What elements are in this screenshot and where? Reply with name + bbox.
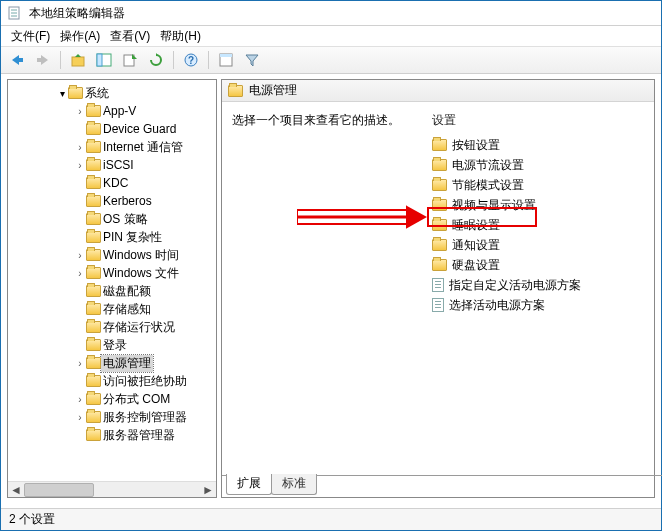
tree-scroll[interactable]: ▾系统›App-VDevice Guard›Internet 通信管›iSCSI… [8,80,216,497]
folder-icon [86,177,101,189]
expand-icon[interactable]: › [74,394,86,405]
tree-label: Windows 文件 [101,265,181,282]
gpedit-window: 本地组策略编辑器 文件(F) 操作(A) 查看(V) 帮助(H) ? [0,0,662,531]
tree-label: KDC [101,176,130,190]
scroll-right-icon[interactable]: ► [200,482,216,498]
tree-item[interactable]: 服务器管理器 [8,426,216,444]
folder-icon [86,411,101,423]
folder-icon [86,267,101,279]
tree-root[interactable]: ▾系统 [8,84,216,102]
folder-icon [432,199,447,211]
tab-standard[interactable]: 标准 [271,474,317,495]
tree-label: 存储运行状况 [101,319,177,336]
scroll-left-icon[interactable]: ◄ [8,482,24,498]
tree-label: App-V [101,104,138,118]
filter-button[interactable] [240,49,264,71]
toolbar-sep [60,51,61,69]
window-title: 本地组策略编辑器 [29,5,125,22]
tree-item[interactable]: 登录 [8,336,216,354]
tree-item[interactable]: PIN 复杂性 [8,228,216,246]
titlebar: 本地组策略编辑器 [1,1,661,26]
tree: ▾系统›App-VDevice Guard›Internet 通信管›iSCSI… [8,80,216,444]
svg-marker-19 [246,55,258,66]
expand-icon[interactable]: › [74,250,86,261]
tree-item[interactable]: ›电源管理 [8,354,216,372]
tree-item[interactable]: Kerberos [8,192,216,210]
tree-label: 服务器管理器 [101,427,177,444]
tree-item[interactable]: 存储感知 [8,300,216,318]
folder-icon [86,375,101,387]
settings-item-label: 选择活动电源方案 [449,297,545,314]
folder-icon [86,339,101,351]
svg-marker-22 [407,207,425,227]
folder-icon [86,303,101,315]
tree-item[interactable]: 存储运行状况 [8,318,216,336]
properties-button[interactable] [214,49,238,71]
export-button[interactable] [118,49,142,71]
expand-icon[interactable]: › [74,106,86,117]
menu-view[interactable]: 查看(V) [106,27,154,46]
svg-rect-18 [220,54,232,57]
toolbar-sep [173,51,174,69]
settings-item-label: 指定自定义活动电源方案 [449,277,581,294]
tree-item[interactable]: KDC [8,174,216,192]
settings-folder-item[interactable]: 节能模式设置 [432,175,581,195]
tree-item[interactable]: ›Windows 文件 [8,264,216,282]
tree-item[interactable]: ›Internet 通信管 [8,138,216,156]
expand-icon[interactable]: › [74,268,86,279]
settings-folder-item[interactable]: 电源节流设置 [432,155,581,175]
settings-folder-item[interactable]: 通知设置 [432,235,581,255]
tree-label: Windows 时间 [101,247,181,264]
svg-rect-11 [97,54,102,66]
scroll-thumb[interactable] [24,483,94,497]
description-text: 选择一个项目来查看它的描述。 [232,112,400,129]
folder-icon [86,357,101,369]
tree-item[interactable]: 访问被拒绝协助 [8,372,216,390]
settings-folder-item[interactable]: 视频与显示设置 [432,195,581,215]
tree-item[interactable]: ›iSCSI [8,156,216,174]
tree-item[interactable]: OS 策略 [8,210,216,228]
expand-icon[interactable]: › [74,358,86,369]
tree-item[interactable]: 磁盘配额 [8,282,216,300]
help-button[interactable]: ? [179,49,203,71]
settings-folder-item[interactable]: 按钮设置 [432,135,581,155]
folder-icon [86,105,101,117]
forward-button[interactable] [31,49,55,71]
settings-header: 设置 [432,112,581,129]
tree-item[interactable]: ›App-V [8,102,216,120]
menu-help[interactable]: 帮助(H) [156,27,205,46]
settings-policy-item[interactable]: 指定自定义活动电源方案 [432,275,581,295]
folder-icon [86,195,101,207]
tree-label: Internet 通信管 [101,139,185,156]
up-button[interactable] [66,49,90,71]
tab-extended[interactable]: 扩展 [226,474,272,495]
h-scrollbar[interactable]: ◄ ► [8,481,216,497]
folder-icon [86,321,101,333]
folder-icon [432,219,447,231]
scroll-track[interactable] [24,482,200,498]
tree-label: 电源管理 [101,355,153,372]
expand-icon[interactable]: › [74,412,86,423]
tree-label: 登录 [101,337,129,354]
tree-item[interactable]: ›分布式 COM [8,390,216,408]
folder-icon [432,139,447,151]
tree-item[interactable]: Device Guard [8,120,216,138]
show-hide-tree-button[interactable] [92,49,116,71]
back-button[interactable] [5,49,29,71]
expand-icon[interactable]: › [74,142,86,153]
expand-icon[interactable]: › [74,160,86,171]
details-body: 选择一个项目来查看它的描述。 设置 按钮设置电源节流设置节能模式设置视频与显示设… [222,102,654,497]
expand-icon[interactable]: ▾ [56,88,68,99]
menu-action[interactable]: 操作(A) [56,27,104,46]
settings-policy-item[interactable]: 选择活动电源方案 [432,295,581,315]
settings-folder-item[interactable]: 硬盘设置 [432,255,581,275]
settings-folder-item[interactable]: 睡眠设置 [432,215,581,235]
refresh-button[interactable] [144,49,168,71]
tree-item[interactable]: ›服务控制管理器 [8,408,216,426]
svg-marker-23 [407,207,425,227]
toolbar: ? [1,46,661,74]
svg-rect-5 [18,58,23,62]
tree-item[interactable]: ›Windows 时间 [8,246,216,264]
menu-file[interactable]: 文件(F) [7,27,54,46]
settings-list: 按钮设置电源节流设置节能模式设置视频与显示设置睡眠设置通知设置硬盘设置指定自定义… [432,135,581,315]
